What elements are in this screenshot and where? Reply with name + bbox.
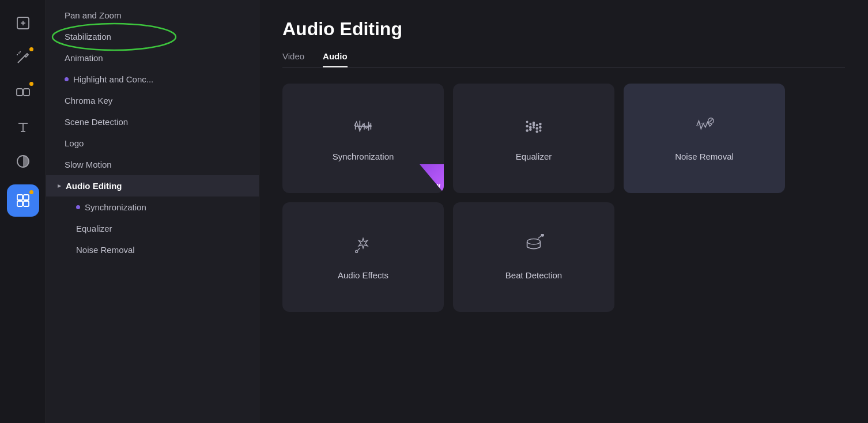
- nav-item-label: Slow Motion: [65, 160, 112, 169]
- split-dot: [29, 82, 33, 86]
- svg-point-21: [526, 130, 528, 131]
- card-equalizer[interactable]: Equalizer: [453, 84, 614, 193]
- equalizer-icon: [523, 115, 545, 142]
- nav-item-label: Chroma Key: [65, 96, 112, 105]
- nav-item-label: Animation: [65, 53, 103, 63]
- card-beat-detection[interactable]: Beat Detection: [453, 202, 614, 312]
- grid-button[interactable]: [7, 184, 39, 217]
- svg-rect-13: [17, 195, 22, 200]
- svg-point-28: [533, 122, 535, 124]
- nav-item-label: Equalizer: [76, 224, 112, 233]
- svg-point-34: [537, 124, 538, 126]
- card-label: Audio Effects: [338, 270, 388, 280]
- svg-point-31: [526, 121, 527, 122]
- nav-item-label: Stabilization: [65, 32, 111, 41]
- card-noise-removal[interactable]: Noise Removal: [624, 84, 785, 193]
- nav-item-label: Pan and Zoom: [65, 10, 121, 20]
- nav-item-label: Logo: [65, 138, 84, 148]
- nav-item-equalizer[interactable]: Equalizer: [46, 218, 259, 239]
- nav-item-audio-editing[interactable]: ▸ Audio Editing: [46, 175, 259, 197]
- card-label: Noise Removal: [675, 152, 734, 161]
- svg-point-39: [356, 251, 358, 253]
- nav-item-label: Synchronization: [85, 202, 146, 212]
- tab-video[interactable]: Video: [282, 51, 304, 67]
- svg-point-40: [527, 239, 541, 245]
- card-label: Beat Detection: [505, 270, 562, 280]
- arrow-annotation: [46, 220, 49, 237]
- svg-point-44: [541, 234, 544, 236]
- card-label: Synchronization: [333, 152, 394, 161]
- feature-cards-wrapper: Synchronization NEW: [282, 84, 845, 312]
- nav-item-animation[interactable]: Animation: [46, 47, 259, 69]
- svg-point-24: [536, 127, 538, 129]
- svg-rect-8: [24, 89, 29, 96]
- svg-point-27: [530, 129, 531, 130]
- add-media-button[interactable]: [7, 7, 39, 39]
- nav-item-noise-removal[interactable]: Noise Removal: [46, 239, 259, 260]
- text-button[interactable]: [7, 111, 39, 143]
- icon-sidebar: [0, 0, 46, 423]
- svg-rect-16: [24, 201, 29, 206]
- main-content: Audio Editing Video Audio: [259, 0, 868, 423]
- svg-rect-15: [17, 201, 22, 206]
- noise-icon: [693, 115, 715, 142]
- card-label: Equalizer: [516, 152, 552, 161]
- tabs: Video Audio: [282, 51, 845, 67]
- sync-icon: [352, 115, 374, 142]
- nav-item-label: Noise Removal: [76, 245, 135, 255]
- nav-item-label: Highlight and Conc...: [73, 74, 153, 84]
- nav-item-stabilization[interactable]: Stabilization: [46, 26, 259, 47]
- split-button[interactable]: [7, 76, 39, 108]
- svg-point-23: [533, 124, 535, 126]
- beat-icon: [523, 234, 545, 261]
- svg-point-32: [530, 123, 531, 124]
- magic-button[interactable]: [7, 41, 39, 74]
- nav-sidebar: Pan and Zoom Stabilization Animation Hig…: [46, 0, 259, 423]
- nav-item-bullet: [76, 205, 80, 209]
- effects-button[interactable]: [7, 145, 39, 177]
- grid-dot: [29, 190, 33, 194]
- nav-item-label: Scene Detection: [65, 117, 128, 127]
- svg-point-25: [539, 123, 541, 125]
- svg-line-37: [710, 119, 713, 123]
- nav-item-synchronization[interactable]: Synchronization: [46, 197, 259, 218]
- svg-point-26: [526, 126, 528, 127]
- card-synchronization[interactable]: Synchronization NEW: [282, 84, 444, 193]
- svg-point-35: [539, 130, 541, 131]
- tab-audio[interactable]: Audio: [323, 51, 348, 67]
- nav-item-scene-detection[interactable]: Scene Detection: [46, 111, 259, 133]
- nav-item-chroma-key[interactable]: Chroma Key: [46, 90, 259, 111]
- svg-point-33: [533, 127, 534, 128]
- magic-dot: [29, 47, 33, 51]
- nav-item-slow-motion[interactable]: Slow Motion: [46, 154, 259, 175]
- svg-rect-14: [24, 195, 29, 200]
- audio-effects-icon: [352, 234, 374, 261]
- svg-point-29: [536, 131, 538, 133]
- svg-point-30: [539, 126, 541, 128]
- svg-point-22: [530, 126, 531, 128]
- feature-row-2: Audio Effects Beat Detecti: [282, 202, 845, 312]
- nav-item-pan-zoom[interactable]: Pan and Zoom: [46, 5, 259, 26]
- chevron-icon: ▸: [58, 182, 61, 190]
- new-badge: NEW: [409, 164, 444, 193]
- nav-item-label: Audio Editing: [66, 181, 122, 191]
- nav-item-highlight[interactable]: Highlight and Conc...: [46, 69, 259, 90]
- nav-item-logo[interactable]: Logo: [46, 133, 259, 154]
- feature-row-1: Synchronization NEW: [282, 84, 845, 193]
- card-audio-effects[interactable]: Audio Effects: [282, 202, 444, 312]
- svg-line-3: [18, 56, 25, 63]
- svg-rect-7: [17, 89, 22, 96]
- svg-line-38: [358, 248, 360, 251]
- nav-item-bullet: [65, 77, 69, 81]
- page-title: Audio Editing: [282, 18, 845, 40]
